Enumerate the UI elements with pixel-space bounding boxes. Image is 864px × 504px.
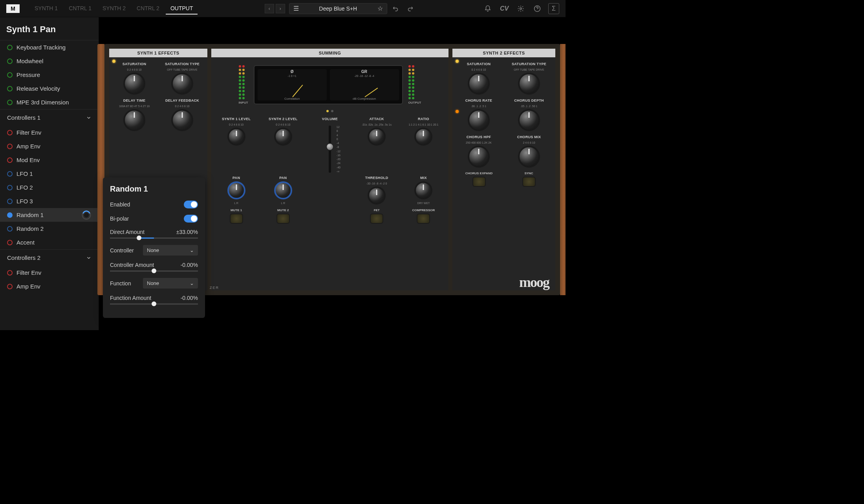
- knob-label: RATIO: [418, 117, 429, 121]
- preset-prev-button[interactable]: ‹: [265, 4, 274, 13]
- synth1-level-knob[interactable]: [227, 128, 245, 146]
- tab-cntrl2[interactable]: CNTRL 2: [132, 3, 164, 15]
- status-dot-icon: [7, 171, 13, 177]
- favorite-icon[interactable]: ☆: [377, 5, 383, 12]
- mute2-button[interactable]: [276, 214, 290, 224]
- knob-ticks: OFF TUBE TAPE DRIVE: [514, 68, 544, 71]
- saturation-knob[interactable]: [123, 73, 145, 95]
- vu-meters: Ø -1 0 +1 Correlation GR -20 -16 -12 -8 …: [254, 65, 403, 104]
- threshold-knob[interactable]: [368, 186, 386, 205]
- tab-cntrl1[interactable]: CNTRL 1: [64, 3, 96, 15]
- sigma-icon[interactable]: Σ: [548, 3, 559, 14]
- top-right-icons: CV Σ: [482, 3, 559, 14]
- sidebar-item-mod-env[interactable]: Mod Env: [0, 153, 99, 167]
- sidebar-item-amp-env[interactable]: Amp Env: [0, 139, 99, 153]
- sidebar-item-release-velocity[interactable]: Release Velocity: [0, 82, 99, 95]
- tab-synth1[interactable]: SYNTH 1: [30, 3, 62, 15]
- hamburger-icon[interactable]: ☰: [293, 5, 299, 12]
- button-label: FET: [374, 208, 380, 212]
- vu-sub: dB Compression: [353, 97, 376, 100]
- dropdown-value: None: [147, 280, 159, 286]
- cv-icon[interactable]: CV: [499, 3, 510, 14]
- volume-scale: 12840-4-8-12-16-20-24-40-∞: [337, 126, 340, 173]
- knob-ticks: 0 2 4 6 8 10: [229, 123, 243, 126]
- row-label: Controller Amount: [110, 262, 154, 268]
- pan2-knob[interactable]: [274, 181, 292, 199]
- sidebar-item-modwheel[interactable]: Modwheel: [0, 54, 99, 68]
- chorus-mix-knob[interactable]: [518, 146, 540, 168]
- knob-ticks: 0 2 4 6 8 10: [472, 68, 486, 71]
- fet-button[interactable]: [370, 214, 383, 224]
- ratio-knob[interactable]: [414, 128, 432, 146]
- knob-label: MIX: [420, 176, 427, 180]
- function-amount-slider[interactable]: [110, 303, 198, 305]
- function-dropdown[interactable]: None⌄: [143, 278, 198, 289]
- knob-ticks: 1:1 2:1 4:1 6:1 10:1 20:1: [408, 123, 438, 126]
- row-value: -0.00%: [181, 295, 198, 301]
- synth2-level-knob[interactable]: [274, 128, 292, 146]
- preset-next-button[interactable]: ›: [276, 4, 285, 13]
- sidebar-item-accent[interactable]: Accent: [0, 236, 99, 249]
- gear-icon[interactable]: [515, 3, 526, 14]
- sidebar-section-controllers2[interactable]: Controllers 2: [0, 249, 99, 266]
- enabled-toggle[interactable]: [184, 201, 198, 208]
- delay-feedback-knob[interactable]: [171, 109, 193, 131]
- knob-ticks: OFF TUBE TAPE DRIVE: [167, 68, 197, 71]
- mute1-button[interactable]: [230, 214, 243, 224]
- help-icon[interactable]: [532, 3, 543, 14]
- led-indicator-icon: [456, 60, 459, 63]
- delay-time-knob[interactable]: [123, 109, 145, 131]
- direct-amount-slider[interactable]: [110, 237, 198, 239]
- saturation-type-knob[interactable]: [518, 73, 540, 95]
- sidebar-item-lfo1[interactable]: LFO 1: [0, 167, 99, 181]
- sync-button[interactable]: [522, 177, 536, 187]
- tab-synth2[interactable]: SYNTH 2: [98, 3, 130, 15]
- pan1-knob[interactable]: [227, 181, 245, 199]
- saturation-knob[interactable]: [468, 73, 490, 95]
- preset-bar[interactable]: ☰ Deep Blue S+H ☆: [289, 3, 387, 14]
- knob-ticks: 160A 8T 8D 4T 5 4 2T 16: [119, 105, 150, 108]
- chorus-expand-button[interactable]: [472, 177, 486, 187]
- saturation-type-knob[interactable]: [171, 73, 193, 95]
- bell-icon[interactable]: [482, 3, 493, 14]
- knob-label: SATURATION: [467, 62, 491, 66]
- sidebar-section-controllers1[interactable]: Controllers 1: [0, 109, 99, 126]
- row-label: Enabled: [110, 201, 130, 208]
- sidebar-item-filter-env-2[interactable]: Filter Env: [0, 266, 99, 279]
- sidebar-item-filter-env[interactable]: Filter Env: [0, 126, 99, 139]
- mix-knob[interactable]: [414, 181, 432, 199]
- sidebar-item-pressure[interactable]: Pressure: [0, 68, 99, 82]
- controller-dropdown[interactable]: None⌄: [143, 245, 198, 256]
- app-icon[interactable]: M: [6, 4, 20, 13]
- chorus-hpf-knob[interactable]: [468, 146, 490, 168]
- top-tabs: SYNTH 1 CNTRL 1 SYNTH 2 CNTRL 2 OUTPUT: [30, 3, 198, 15]
- sidebar-item-keyboard-tracking[interactable]: Keyboard Tracking: [0, 40, 99, 54]
- volume-slider[interactable]: 12840-4-8-12-16-20-24-40-∞: [329, 126, 331, 173]
- popup-title: Random 1: [110, 184, 198, 194]
- status-dot-icon: [7, 100, 13, 105]
- button-label: CHORUS EXPAND: [465, 172, 493, 175]
- chorus-rate-knob[interactable]: [468, 109, 490, 131]
- row-value: ±33.00%: [176, 229, 198, 235]
- sidebar-item-label: Filter Env: [16, 269, 41, 276]
- tab-output[interactable]: OUTPUT: [166, 3, 198, 15]
- chorus-depth-knob[interactable]: [518, 109, 540, 131]
- sidebar-item-random2[interactable]: Random 2: [0, 222, 99, 236]
- controller-amount-slider[interactable]: [110, 270, 198, 272]
- bipolar-toggle[interactable]: [184, 215, 198, 223]
- sidebar-item-lfo3[interactable]: LFO 3: [0, 194, 99, 208]
- attack-knob[interactable]: [368, 128, 386, 146]
- gain-reduction-meter: GR -20 -16 -12 -8 -4 dB Compression: [330, 69, 399, 100]
- page-dots[interactable]: [214, 110, 445, 112]
- compressor-button[interactable]: [417, 214, 430, 224]
- sidebar-item-random1[interactable]: Random 1: [0, 208, 99, 222]
- redo-button[interactable]: [405, 3, 416, 14]
- knob-ticks: .01s .02s .1s .25s .5s 1s: [362, 123, 392, 126]
- sidebar-item-mpe-3rd[interactable]: MPE 3rd Dimension: [0, 95, 99, 109]
- undo-button[interactable]: [390, 3, 401, 14]
- status-dot-icon: [7, 144, 13, 149]
- sidebar-item-amp-env-2[interactable]: Amp Env: [0, 279, 99, 293]
- knob-label: PAN: [279, 176, 287, 180]
- sidebar-item-lfo2[interactable]: LFO 2: [0, 181, 99, 194]
- sidebar-list: Keyboard Tracking Modwheel Pressure Rele…: [0, 40, 99, 330]
